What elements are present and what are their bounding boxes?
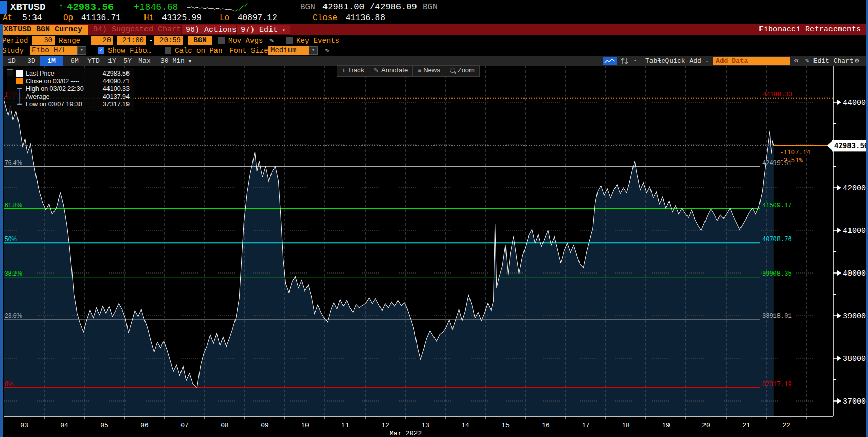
tab-1y[interactable]: 1Y	[105, 56, 119, 66]
up-arrow-icon: ↑	[58, 2, 64, 13]
date-label: 13	[421, 422, 429, 429]
open-value: 41136.71	[81, 13, 121, 23]
updown-axis-icon	[619, 57, 630, 65]
date-label: 06	[140, 422, 149, 429]
at-label: At	[3, 13, 12, 23]
security-field[interactable]: XBTUSD BGN Curncy	[1, 25, 88, 35]
last-price-badge-value: 42983.56	[834, 142, 868, 150]
show-fibo-checkbox[interactable]: ✓	[98, 47, 104, 54]
pencil-icon: ✎	[374, 67, 379, 74]
date-label: 08	[221, 422, 229, 429]
tab-5y[interactable]: 5Y	[120, 56, 135, 66]
interval-dropdown[interactable]: 30 Min ▼	[160, 56, 191, 66]
tab-1m-active[interactable]: 1M	[40, 56, 63, 66]
edit-chart-button[interactable]: ✎ Edit Chart	[805, 56, 854, 66]
low-label: Lo	[220, 13, 229, 23]
line-chart-type-button[interactable]	[603, 57, 617, 65]
time-to-input[interactable]: 20:59	[154, 36, 183, 45]
y-tick-arrow-icon	[837, 313, 841, 318]
news-lines-icon: ≡	[418, 67, 421, 74]
price-chart[interactable]: 44100.33100%42499.5176.4%41509.1761.8%40…	[0, 66, 868, 437]
y-axis-label: 41000	[843, 227, 866, 235]
ticker-symbol: XBTUSD	[10, 2, 45, 13]
calc-on-pan-checkbox[interactable]	[165, 47, 171, 54]
zoom-button[interactable]: Zoom	[445, 66, 479, 76]
quick-add-button[interactable]: + Quick-Add ▾	[657, 56, 708, 66]
fib-pct-label: 50%	[5, 235, 17, 243]
date-label: 19	[662, 422, 670, 429]
font-size-dropdown[interactable]: Medium	[268, 46, 309, 55]
font-edit-pencil-icon[interactable]: ✎	[325, 46, 329, 56]
y-axis-label: 44000	[843, 99, 866, 107]
quote-bar: XBTUSD ↑ 42983.56 +1846.68 BGN 42981.00 …	[0, 0, 868, 24]
y-axis-label: 42000	[843, 184, 866, 193]
last-price-badge: 42983.56	[827, 140, 868, 151]
date-label: 21	[742, 422, 750, 429]
fib-pct-label: 38.2%	[5, 270, 22, 277]
chart-options-row-1: Period 30 Range 20 21:00 - 20:59 BGN Mov…	[0, 35, 868, 46]
gear-icon[interactable]: ⚙	[855, 56, 859, 66]
collapse-panel-button[interactable]: «	[794, 56, 799, 66]
add-data-input[interactable]: Add Data	[713, 57, 790, 65]
news-button[interactable]: ≡News	[413, 66, 445, 76]
edit-menu-button[interactable]: 97) Edit ▾	[236, 25, 290, 35]
annotate-button[interactable]: ✎Annotate	[369, 66, 413, 76]
period-label: Period	[2, 36, 28, 45]
fib-pct-label: 76.4%	[5, 159, 22, 167]
tab-ytd[interactable]: YTD	[84, 56, 103, 66]
track-button[interactable]: +Track	[337, 66, 369, 76]
range-label: Range	[59, 36, 80, 45]
date-label: 20	[702, 422, 710, 429]
tab-1d[interactable]: 1D	[4, 56, 20, 66]
mov-avgs-checkbox[interactable]	[218, 37, 225, 44]
tab-3d[interactable]: 3D	[24, 56, 39, 66]
chart-options-row-2: Study Fibo H/L ▾ ✓ Show Fibo… Calc on Pa…	[0, 46, 868, 56]
legend-row-average: ┼Average 40137.94	[9, 93, 132, 101]
date-label: 09	[261, 422, 269, 429]
bid-ask: 42981.00 /42986.09	[322, 2, 417, 13]
legend-row-high: ┯High on 03/02 22:30 44100.33	[9, 85, 132, 93]
date-label: 04	[60, 422, 68, 429]
range-input[interactable]: 20	[91, 36, 113, 45]
calc-on-pan-label: Calc on Pan	[175, 46, 222, 56]
close-label: Close	[313, 13, 337, 23]
pct-change-label: -2.51%	[780, 157, 803, 165]
y-axis-label: 40000	[843, 269, 866, 278]
y-tick-arrow-icon	[837, 356, 841, 361]
pricing-source-button[interactable]: BGN	[188, 36, 212, 45]
fib-value-label: 41509.17	[762, 202, 792, 209]
bloomberg-terminal-window: XBTUSD ↑ 42983.56 +1846.68 BGN 42981.00 …	[0, 0, 868, 437]
function-title: Fibonacci Retracements	[759, 25, 861, 35]
key-events-label: Key Events	[296, 36, 339, 45]
chevron-down-icon: ▾	[282, 28, 285, 33]
tab-6m[interactable]: 6M	[67, 56, 82, 66]
axis-type-button[interactable]	[619, 57, 630, 65]
time-from-input[interactable]: 21:00	[117, 36, 146, 45]
month-label: Mar 2022	[390, 430, 422, 437]
date-label: 16	[541, 422, 550, 429]
suggested-charts-button[interactable]: 94) Suggested Charts	[93, 25, 186, 35]
period-input[interactable]: 30	[32, 36, 55, 45]
mov-avgs-edit-pencil-icon[interactable]: ✎	[269, 36, 274, 45]
close-value: 41136.88	[346, 13, 385, 23]
date-label: 03	[20, 422, 28, 429]
tab-max[interactable]: Max	[136, 56, 153, 66]
font-size-dropdown-caret[interactable]: ▾	[309, 46, 318, 55]
date-label: 17	[582, 422, 590, 429]
study-dropdown[interactable]: Fibo H/L	[30, 46, 77, 55]
time-dash: -	[149, 36, 153, 45]
study-dropdown-caret[interactable]: ▾	[77, 46, 86, 55]
left-window-edge	[0, 24, 3, 437]
show-fibo-label: Show Fibo…	[108, 46, 151, 56]
chart-type-caret[interactable]: ▾	[634, 56, 636, 66]
price-change: +1846.68	[134, 2, 178, 13]
orange-swatch	[16, 78, 23, 84]
low-value: 40897.12	[238, 13, 277, 23]
fib-value-label: 37317.19	[762, 381, 792, 388]
mov-avgs-label: Mov Avgs	[228, 36, 263, 45]
y-axis-label: 38000	[843, 355, 866, 363]
key-events-checkbox[interactable]	[286, 37, 293, 44]
study-label: Study	[2, 46, 24, 56]
fib-value-label: 39908.35	[762, 270, 792, 278]
font-size-label: Font Size	[229, 46, 268, 56]
